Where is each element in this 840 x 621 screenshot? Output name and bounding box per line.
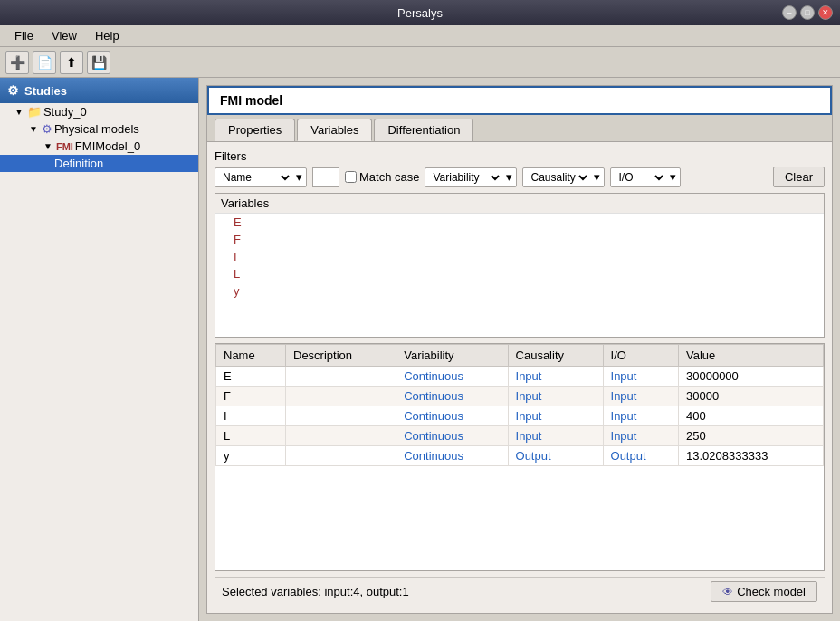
io-dropdown-arrow: ▾ — [670, 170, 676, 184]
studies-icon: ⚙ — [7, 83, 19, 98]
tree-fmimodel[interactable]: ▼ FMI FMIModel_0 — [0, 138, 198, 155]
data-table: Name Description Variability Causality I… — [215, 343, 825, 571]
save-button[interactable]: 💾 — [87, 51, 110, 74]
variable-item-i[interactable]: I — [215, 248, 824, 265]
sidebar-title: Studies — [24, 84, 67, 98]
cell-value: 250 — [678, 426, 823, 446]
tab-variables[interactable]: Variables — [297, 119, 372, 141]
io-filter-dropdown[interactable]: I/O Input Output ▾ — [610, 167, 681, 187]
window-controls: – □ ✕ — [782, 5, 833, 20]
causality-filter-select[interactable]: Causality Input Output — [527, 170, 590, 185]
arrow-icon: ▼ — [14, 107, 24, 117]
match-case-text: Match case — [359, 170, 419, 184]
name-filter-dropdown[interactable]: Name Description ▾ — [215, 167, 307, 187]
maximize-button[interactable]: □ — [800, 5, 815, 20]
tab-content: Filters Name Description ▾ — [207, 142, 832, 613]
tree-definition[interactable]: Definition — [0, 155, 198, 172]
eye-icon: 👁 — [722, 586, 733, 598]
filters-row: Name Description ▾ Match case — [215, 167, 825, 187]
cell-causality: Input — [508, 367, 603, 387]
cell-variability: Continuous — [396, 387, 508, 406]
cell-variability: Continuous — [396, 426, 508, 446]
content-area: FMI model Properties Variables Different… — [199, 78, 840, 621]
match-case-checkbox[interactable] — [345, 171, 357, 183]
table-row[interactable]: EContinuousInputInput30000000 — [216, 367, 824, 387]
variables-table: Name Description Variability Causality I… — [215, 344, 824, 466]
physical-models-icon: ⚙ — [42, 122, 52, 136]
col-header-value: Value — [678, 345, 823, 367]
filters-label: Filters — [215, 149, 825, 163]
variable-item-f[interactable]: F — [215, 231, 824, 248]
check-model-button[interactable]: 👁 Check model — [711, 581, 817, 602]
causality-filter-dropdown[interactable]: Causality Input Output ▾ — [522, 167, 605, 187]
variability-filter-dropdown[interactable]: Variability Continuous Discrete ▾ — [425, 167, 517, 187]
variable-item-e[interactable]: E — [215, 214, 824, 231]
filters-section: Filters Name Description ▾ — [215, 149, 825, 187]
physical-models-label: Physical models — [54, 122, 139, 136]
open-button[interactable]: 📄 — [33, 51, 56, 74]
cell-description — [286, 367, 396, 387]
col-header-description: Description — [286, 345, 396, 367]
cell-io: Input — [603, 406, 678, 426]
cell-name: y — [216, 446, 286, 466]
cell-causality: Input — [508, 406, 603, 426]
cell-causality: Input — [508, 426, 603, 446]
study-label: Study_0 — [43, 105, 87, 119]
menu-help[interactable]: Help — [88, 27, 127, 44]
name-dropdown-arrow: ▾ — [296, 170, 302, 184]
app-title: Persalys — [397, 6, 443, 20]
export-button[interactable]: ⬆ — [60, 51, 83, 74]
col-header-causality: Causality — [508, 345, 603, 367]
cell-value: 30000 — [678, 387, 823, 406]
cell-value: 13.0208333333 — [678, 446, 823, 466]
cell-io: Input — [603, 387, 678, 406]
toolbar: ➕ 📄 ⬆ 💾 — [0, 47, 840, 78]
main-layout: ⚙ Studies ▼ 📁 Study_0 ▼ ⚙ Physical model… — [0, 78, 840, 621]
col-header-name: Name — [216, 345, 286, 367]
io-filter-select[interactable]: I/O Input Output — [615, 170, 666, 185]
cell-causality: Output — [508, 446, 603, 466]
clear-button[interactable]: Clear — [773, 167, 825, 187]
col-header-variability: Variability — [396, 345, 508, 367]
panel-title: FMI model — [207, 86, 832, 115]
cell-io: Output — [603, 446, 678, 466]
cell-io: Input — [603, 367, 678, 387]
tab-properties[interactable]: Properties — [215, 119, 295, 141]
tab-differentiation[interactable]: Differentiation — [374, 119, 473, 141]
filter-text-input[interactable] — [312, 167, 339, 187]
definition-label: Definition — [54, 157, 103, 170]
minimize-button[interactable]: – — [782, 5, 797, 20]
cell-description — [286, 426, 396, 446]
new-button[interactable]: ➕ — [5, 51, 29, 74]
variability-filter-select[interactable]: Variability Continuous Discrete — [429, 170, 502, 185]
cell-variability: Continuous — [396, 446, 508, 466]
titlebar: Persalys – □ ✕ — [0, 0, 840, 25]
cell-name: I — [216, 406, 286, 426]
cell-name: L — [216, 426, 286, 446]
variable-item-l[interactable]: L — [215, 265, 824, 282]
cell-value: 30000000 — [678, 367, 823, 387]
study-icon: 📁 — [27, 105, 42, 119]
match-case-label[interactable]: Match case — [345, 170, 419, 184]
cell-io: Input — [603, 426, 678, 446]
cell-name: E — [216, 367, 286, 387]
status-text: Selected variables: input:4, output:1 — [222, 585, 409, 598]
table-row[interactable]: LContinuousInputInput250 — [216, 426, 824, 446]
tree-physical-models[interactable]: ▼ ⚙ Physical models — [0, 120, 198, 138]
tree-study[interactable]: ▼ 📁 Study_0 — [0, 103, 198, 120]
table-row[interactable]: yContinuousOutputOutput13.0208333333 — [216, 446, 824, 466]
table-row[interactable]: IContinuousInputInput400 — [216, 406, 824, 426]
cell-description — [286, 446, 396, 466]
menu-view[interactable]: View — [44, 27, 84, 44]
menu-file[interactable]: File — [7, 27, 41, 44]
table-row[interactable]: FContinuousInputInput30000 — [216, 387, 824, 406]
close-button[interactable]: ✕ — [818, 5, 833, 20]
sidebar: ⚙ Studies ▼ 📁 Study_0 ▼ ⚙ Physical model… — [0, 78, 199, 621]
name-filter-select[interactable]: Name Description — [219, 170, 292, 185]
cell-description — [286, 387, 396, 406]
variability-dropdown-arrow: ▾ — [506, 170, 512, 184]
variable-item-y[interactable]: y — [215, 282, 824, 300]
sidebar-header: ⚙ Studies — [0, 78, 198, 103]
cell-variability: Continuous — [396, 367, 508, 387]
cell-value: 400 — [678, 406, 823, 426]
